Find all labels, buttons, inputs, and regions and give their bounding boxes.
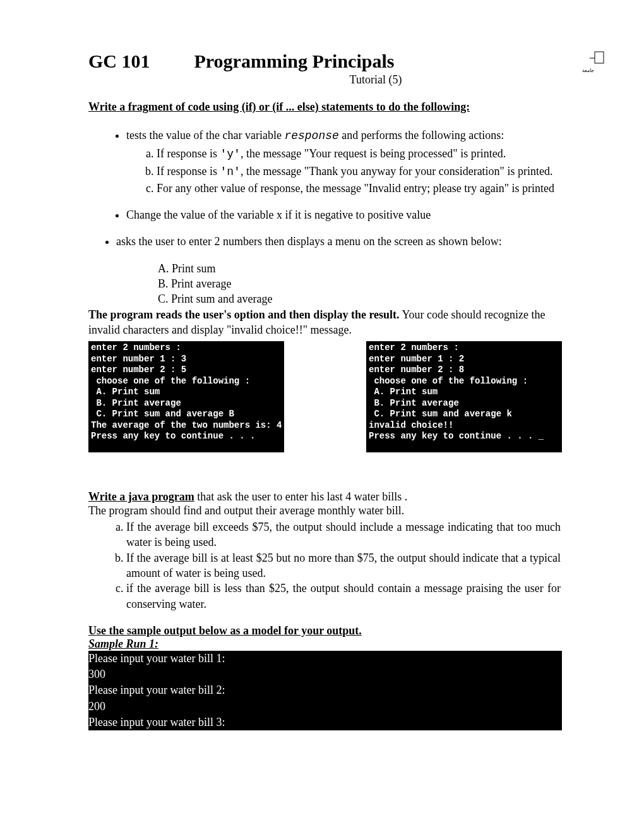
page-header: GC 101 Programming Principals	[88, 51, 562, 72]
text: , the message "Thank you anyway for your…	[241, 165, 553, 178]
menu-option-b: B. Print average	[158, 276, 562, 291]
sample-heading: Use the sample output below as a model f…	[88, 624, 562, 638]
sample-row: 200	[88, 699, 562, 715]
section2-heading: Write a java program that ask the user t…	[88, 490, 562, 504]
course-title: Programming Principals	[194, 51, 395, 72]
code-literal: 'n'	[220, 166, 240, 178]
document-page: جامعة GC 101 Programming Principals Tuto…	[0, 0, 644, 834]
section1-followup: The program reads the user's option and …	[88, 307, 562, 338]
text-bold: The program reads the user's option and …	[88, 308, 400, 321]
sub-list-1: If response is 'y', the message "Your re…	[126, 146, 562, 196]
text-underline: Write a java program	[88, 490, 194, 503]
menu-option-c: C. Print sum and average	[158, 291, 562, 306]
sub-item-c: if the average bill is less than $25, th…	[126, 581, 562, 612]
sub-item-c: For any other value of response, the mes…	[157, 181, 562, 196]
sub-item-a: If the average bill exceeds $75, the out…	[126, 519, 562, 550]
course-code: GC 101	[88, 51, 150, 72]
text: If response is	[157, 165, 220, 178]
text: that ask the user to enter his last 4 wa…	[194, 490, 407, 503]
sub-item-b: If response is 'n', the message "Thank y…	[157, 164, 562, 179]
code-literal: 'y'	[220, 148, 240, 160]
sample-row: Please input your water bill 1:	[88, 651, 562, 667]
sub-item-a: If response is 'y', the message "Your re…	[157, 146, 562, 162]
section2-sub-list: If the average bill exceeds $75, the out…	[88, 519, 562, 612]
section2-line2: The program should find and output their…	[88, 504, 562, 518]
console-panels: enter 2 numbers : enter number 1 : 3 ent…	[88, 341, 562, 452]
svg-rect-0	[595, 52, 604, 63]
bullet-item-2: Change the value of the variable x if it…	[126, 207, 562, 222]
sample-run-label: Sample Run 1:	[88, 638, 562, 651]
tutorial-number: Tutorial (5)	[88, 73, 562, 87]
section1-heading: Write a fragment of code using (if) or (…	[88, 100, 562, 114]
menu-option-a: A. Print sum	[158, 261, 562, 276]
sample-row: Please input your water bill 2:	[88, 682, 562, 698]
text: tests the value of the char variable	[126, 129, 284, 142]
code-var: response	[284, 130, 338, 142]
sub-item-b: If the average bill is at least $25 but …	[126, 550, 562, 581]
console-output-left: enter 2 numbers : enter number 1 : 3 ent…	[88, 341, 284, 452]
section1-bullet-list: tests the value of the char variable res…	[88, 128, 562, 250]
text: If response is	[157, 147, 220, 160]
console-output-right: enter 2 numbers : enter number 1 : 2 ent…	[366, 341, 562, 452]
text: and performs the following actions:	[339, 129, 504, 142]
sample-row: 300	[88, 667, 562, 682]
bullet-item-3: asks the user to enter 2 numbers then di…	[116, 234, 562, 249]
svg-text:جامعة: جامعة	[582, 68, 594, 73]
sample-row: Please input your water bill 3:	[88, 715, 562, 730]
text: , the message "Your request is being pro…	[241, 147, 506, 160]
bullet-item-1: tests the value of the char variable res…	[126, 128, 562, 196]
university-logo: جامعة	[581, 51, 606, 76]
